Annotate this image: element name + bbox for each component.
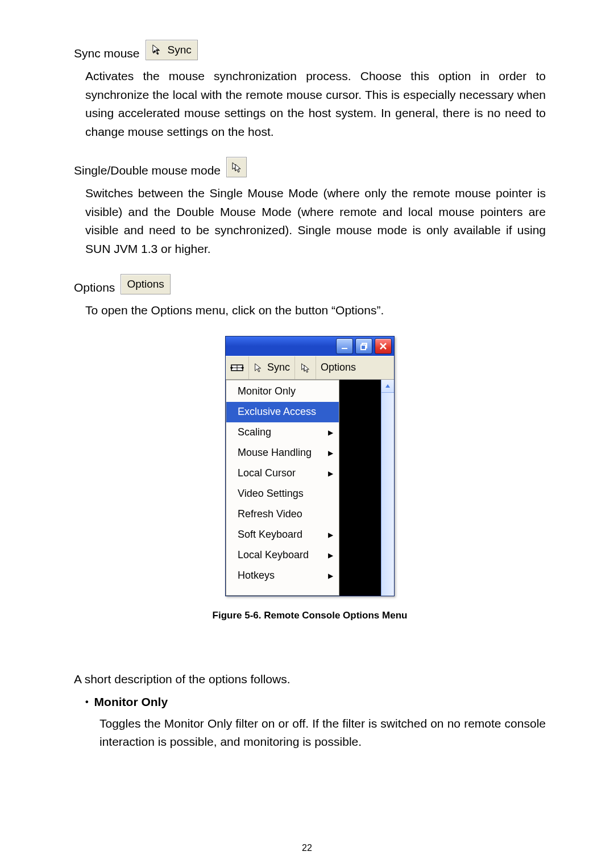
submenu-arrow-icon: ▶ (328, 531, 333, 539)
options-menu-item[interactable]: Scaling▶ (226, 422, 339, 443)
options-menu-item[interactable]: Video Settings (226, 484, 339, 504)
toolbar-sync-label: Sync (267, 362, 290, 373)
options-menu-item[interactable]: Mouse Handling▶ (226, 443, 339, 463)
cursor-sync-icon (152, 44, 163, 56)
menu-item-label: Local Cursor (238, 467, 296, 479)
svg-rect-0 (342, 348, 347, 349)
sync-button-text: Sync (168, 44, 192, 56)
menu-item-label: Soft Keyboard (238, 529, 302, 541)
mouse-mode-button[interactable] (295, 356, 316, 379)
options-description: To open the Options menu, click on the b… (74, 301, 546, 320)
options-button-text: Options (127, 278, 164, 290)
options-button-sample: Options (121, 274, 170, 294)
sync-mouse-button[interactable]: Sync (249, 356, 295, 379)
monitor-only-heading: Monitor Only (94, 695, 168, 709)
submenu-arrow-icon: ▶ (328, 470, 333, 477)
remote-screen-area (339, 380, 394, 596)
sync-mouse-label: Sync mouse (74, 47, 140, 60)
cursor-double-icon (300, 362, 311, 373)
options-menu-item[interactable]: Hotkeys▶ (226, 566, 339, 586)
options-menu: Monitor OnlyExclusive AccessScaling▶Mous… (226, 380, 339, 596)
toolbar-options-label: Options (321, 362, 356, 373)
menu-item-label: Monitor Only (238, 385, 296, 397)
sync-mouse-description: Activates the mouse synchronization proc… (74, 67, 546, 141)
sync-mouse-button-sample: Sync (146, 40, 198, 60)
drive-redirect-button[interactable] (226, 356, 249, 379)
monitor-only-description: Toggles the Monitor Only filter on or of… (74, 715, 546, 751)
remote-console-window: Sync Options Monitor OnlyExclusive Acces… (225, 336, 395, 596)
options-menu-item[interactable]: Soft Keyboard▶ (226, 525, 339, 545)
menu-item-label: Scaling (238, 426, 271, 438)
menu-item-label: Refresh Video (238, 508, 302, 520)
options-menu-item[interactable]: Monitor Only (226, 381, 339, 402)
cursor-sync-icon (254, 363, 264, 373)
submenu-arrow-icon: ▶ (328, 429, 333, 437)
restore-button[interactable] (355, 338, 372, 354)
svg-rect-2 (361, 345, 366, 350)
menu-item-label: Local Keyboard (238, 549, 309, 561)
cursor-double-icon (230, 161, 243, 173)
mouse-mode-button-sample (226, 157, 247, 177)
submenu-arrow-icon: ▶ (328, 449, 333, 457)
options-menu-item[interactable]: Exclusive Access (226, 402, 339, 422)
submenu-arrow-icon: ▶ (328, 551, 333, 559)
options-menu-item[interactable]: Local Keyboard▶ (226, 545, 339, 566)
options-label: Options (74, 281, 115, 294)
minimize-button[interactable] (336, 338, 353, 354)
menu-item-label: Hotkeys (238, 570, 275, 582)
options-menu-item[interactable]: Refresh Video (226, 504, 339, 525)
options-menu-item[interactable]: Local Cursor▶ (226, 463, 339, 484)
menu-item-label: Video Settings (238, 488, 304, 500)
menu-item-label: Mouse Handling (238, 447, 312, 459)
options-follows-text: A short description of the options follo… (74, 672, 546, 686)
figure-caption: Figure 5-6. Remote Console Options Menu (213, 610, 408, 621)
menu-item-label: Exclusive Access (238, 406, 316, 418)
vertical-scrollbar[interactable] (381, 380, 394, 596)
window-titlebar (226, 337, 394, 356)
close-button[interactable] (375, 338, 392, 354)
options-button[interactable]: Options (316, 356, 394, 379)
submenu-arrow-icon: ▶ (328, 572, 333, 580)
mouse-mode-label: Single/Double mouse mode (74, 164, 221, 177)
remote-console-toolbar: Sync Options (226, 356, 394, 380)
bullet-icon: • (85, 697, 89, 707)
scroll-up-button[interactable] (381, 380, 394, 393)
mouse-mode-description: Switches between the Single Mouse Mode (… (74, 184, 546, 258)
page-number: 22 (0, 843, 614, 853)
